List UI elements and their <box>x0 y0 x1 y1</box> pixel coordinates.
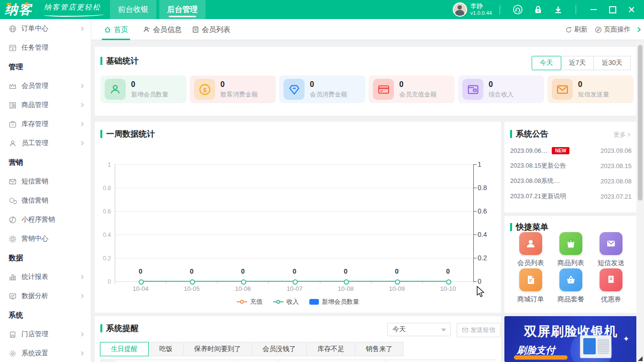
data-point[interactable] <box>293 279 298 285</box>
range-today-button[interactable]: 今天 <box>532 56 561 70</box>
quick-coupon[interactable]: 优惠券 <box>591 268 631 304</box>
minimize-button[interactable] <box>584 0 603 19</box>
sidebar-item-inventory-manage[interactable]: 库存管理 <box>0 115 91 134</box>
order-center-icon <box>9 25 17 33</box>
announcement-row[interactable]: 2023.08.15更新公告 2023.08.15 <box>510 158 632 173</box>
quick-package[interactable]: 商品套餐 <box>551 268 591 304</box>
send-sms-button[interactable]: 发送短信 <box>457 323 501 337</box>
data-point[interactable] <box>344 279 349 285</box>
y-tick-label: 0.8 <box>95 185 111 192</box>
marketing-center-icon <box>9 235 17 243</box>
avatar-body <box>455 10 464 16</box>
quick-item-label: 会员列表 <box>511 259 551 267</box>
user-info[interactable]: 李静 v1.0.0.44 <box>470 3 492 16</box>
legend-new-members[interactable]: 新增会员数量 <box>309 298 359 306</box>
announcement-title: 2023.08.15更新公告 <box>510 161 566 170</box>
legend-income[interactable]: 收入 <box>273 298 299 306</box>
tabstrip-expand-chevron[interactable] <box>637 19 641 40</box>
stat-card-recharge[interactable]: 0 会员充值金额 <box>369 75 455 103</box>
stat-cards: 0 新增会员数量 $ 0 散客消费金额 0 会员消费金额 <box>100 75 633 103</box>
user-avatar[interactable] <box>453 2 467 17</box>
reminder-date-dropdown[interactable]: 今天 <box>387 323 451 336</box>
nav-tab-frontdesk[interactable]: 前台收银 <box>110 0 156 19</box>
ad-banner[interactable]: 双屏刷脸收银机 刷脸支付 ✦ <box>504 316 637 362</box>
tab-member-list[interactable]: 会员列表 <box>192 19 230 40</box>
refresh-button[interactable]: 刷新 <box>565 19 588 40</box>
x-tick-mark <box>422 282 423 284</box>
stat-label: 新增会员数量 <box>131 90 168 99</box>
sidebar-item-label: 订单中心 <box>22 24 48 33</box>
reminder-tab-birthday[interactable]: 生日提醒 <box>100 342 149 356</box>
sidebar-item-wechat-marketing[interactable]: 微信营销 <box>0 191 91 210</box>
x-tick-mark <box>217 282 218 284</box>
sidebar-item-analysis[interactable]: 数据分析 <box>0 287 91 306</box>
reminder-tab-maintenance[interactable]: 保养时间要到了 <box>183 342 252 356</box>
reminder-tab-no-balance[interactable]: 会员没钱了 <box>251 342 307 356</box>
chart-gridline <box>115 211 476 212</box>
tab-home[interactable]: 首页 <box>104 19 128 40</box>
chart-gridline <box>115 234 476 235</box>
reminder-tab-low-stock[interactable]: 库存不足 <box>306 342 355 356</box>
maximize-button[interactable] <box>603 0 622 19</box>
nav-tab-backoffice[interactable]: 后台管理 <box>159 0 206 19</box>
y-tick-label: 0.2 <box>478 254 487 262</box>
x-tick-label: 10-10 <box>434 285 462 292</box>
sidebar-item-goods-manage[interactable]: 商品管理 <box>0 96 91 115</box>
sidebar-item-report[interactable]: 统计报表 <box>0 267 91 287</box>
stat-card-walkin-spend[interactable]: $ 0 散客消费金额 <box>190 75 276 103</box>
main-scrollbar-track[interactable] <box>636 40 644 362</box>
stat-label: 综合收入 <box>489 90 513 99</box>
reminder-tab-sales[interactable]: 销售来了 <box>355 342 404 356</box>
stat-value: 0 <box>399 80 437 89</box>
data-point[interactable] <box>395 279 400 285</box>
stat-card-new-members[interactable]: 0 新增会员数量 <box>100 75 186 103</box>
announcement-title: 2023.08.08系统… <box>510 177 560 185</box>
sidebar-item-miniprogram-marketing[interactable]: 小程序营销 <box>0 210 91 229</box>
stat-card-total-income[interactable]: 0 综合收入 <box>458 75 544 103</box>
range-7days-button[interactable]: 近7天 <box>561 56 594 70</box>
announcement-row[interactable]: 2023.08.08系统… 2023.08.08 <box>510 173 632 189</box>
announcements-panel: 系统公告 更多 2023.09.06… NEW 2023.09.06 2023.… <box>504 122 637 213</box>
sidebar-item-order-center[interactable]: 订单中心 <box>0 19 91 38</box>
reminder-tab-meal[interactable]: 吃饭 <box>148 342 184 356</box>
tab-member-info[interactable]: 会员信息 <box>143 19 182 40</box>
data-point[interactable] <box>139 279 144 285</box>
quick-mall-order[interactable]: 商城订单 <box>511 268 551 304</box>
announcement-row[interactable]: 2023.09.06… NEW 2023.09.06 <box>510 143 632 158</box>
main-scrollbar-thumb[interactable] <box>638 45 643 201</box>
more-link[interactable]: 更多 <box>613 130 631 139</box>
sidebar-item-store-manage[interactable]: 门店管理 <box>0 325 91 344</box>
quick-member-list[interactable]: 会员列表 <box>511 232 551 267</box>
sidebar-item-system-settings[interactable]: 系统设置 <box>0 344 91 362</box>
quick-goods-list[interactable]: 商品列表 <box>551 232 591 267</box>
wechat-icon <box>9 197 17 205</box>
stat-card-member-spend[interactable]: 0 会员消费金额 <box>279 75 365 103</box>
legend-recharge[interactable]: 充值 <box>237 298 262 306</box>
lock-icon[interactable] <box>528 0 548 19</box>
legend-label: 新增会员数量 <box>322 298 359 306</box>
sidebar-item-label: 员工管理 <box>22 139 48 148</box>
sidebar-item-task-manage[interactable]: 任务管理 <box>0 38 91 57</box>
sidebar-item-marketing-center[interactable]: 营销中心 <box>0 229 91 248</box>
stat-card-sms-sent[interactable]: 0 短信发送量 <box>547 75 633 103</box>
range-30days-button[interactable]: 近30天 <box>593 56 631 70</box>
legend-label: 充值 <box>250 298 262 306</box>
point-label: 0 <box>133 267 148 275</box>
app-version: v1.0.0.44 <box>470 10 492 16</box>
member-info-icon <box>143 26 151 33</box>
customer-service-icon[interactable] <box>508 0 528 19</box>
download-icon[interactable] <box>548 0 568 19</box>
close-button[interactable] <box>622 0 641 19</box>
quick-sms-send[interactable]: 短信发送 <box>591 232 631 267</box>
data-point[interactable] <box>446 279 451 285</box>
sidebar-item-sms-marketing[interactable]: 短信营销 <box>0 172 91 191</box>
sidebar-item-staff-manage[interactable]: 员工管理 <box>0 134 91 153</box>
announcement-row[interactable]: 2023.07.21更新说明 2023.07.21 <box>510 189 632 204</box>
sidebar-item-label: 库存管理 <box>22 120 48 128</box>
wallet-icon <box>462 79 483 100</box>
sidebar-item-member-manage[interactable]: 会员管理 <box>0 76 91 96</box>
page-ops-button[interactable]: 页面操作 <box>595 19 631 40</box>
data-point[interactable] <box>190 279 195 285</box>
sidebar-item-label: 小程序营销 <box>22 215 55 224</box>
data-point[interactable] <box>241 279 246 285</box>
